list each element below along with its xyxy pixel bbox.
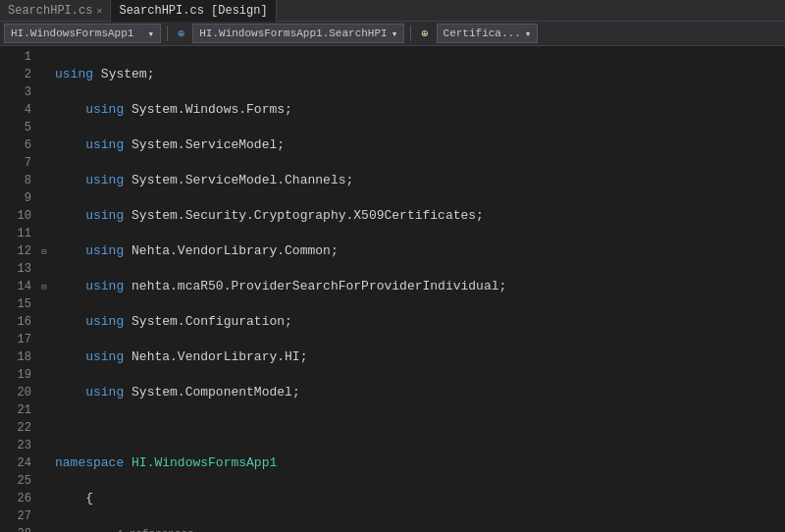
toolbar-separator-2 [410, 26, 411, 41]
line-1: using System; [55, 66, 785, 83]
line-11 [55, 419, 785, 437]
code-editor: 12345 678910 1112131415 1617181920 21222… [0, 46, 785, 532]
title-bar: SearchHPI.cs ✕ SearchHPI.cs [Design] HI.… [0, 0, 785, 46]
line-4: using System.ServiceModel.Channels; [55, 172, 785, 189]
cert-dropdown[interactable]: Certifica... ▾ [437, 24, 539, 43]
cert-value: Certifica... [444, 27, 521, 39]
chevron-down-icon-2: ▾ [392, 27, 398, 40]
line-8: using System.Configuration; [55, 313, 785, 331]
line-12: namespace HI.WindowsFormsApp1 [55, 454, 785, 472]
line-13: { [55, 490, 785, 507]
gutter: ⊟ ⊟ ⊟ ⊟ [37, 46, 51, 532]
code-content[interactable]: using System; using System.Windows.Forms… [51, 46, 785, 532]
class-dropdown[interactable]: HI.WindowsFormsApp1.SearchHPI ▾ [192, 24, 404, 43]
cert-icon: ⊕ [417, 27, 432, 41]
namespace-value: HI.WindowsFormsApp1 [11, 27, 133, 39]
line-6: using Nehta.VendorLibrary.Common; [55, 242, 785, 260]
close-icon[interactable]: ✕ [96, 5, 102, 17]
line-9: using Nehta.VendorLibrary.HI; [55, 348, 785, 366]
tab-label: SearchHPI.cs [8, 4, 92, 18]
collapse-icon-14[interactable]: ⊟ [37, 278, 51, 295]
line-2: using System.Windows.Forms; [55, 101, 785, 119]
line-7: using nehta.mcaR50.ProviderSearchForProv… [55, 278, 785, 295]
line-3: using System.ServiceModel; [55, 136, 785, 154]
toolbar-separator [167, 26, 168, 41]
namespace-dropdown[interactable]: HI.WindowsFormsApp1 ▾ [4, 24, 161, 43]
chevron-down-icon-3: ▾ [525, 27, 532, 40]
chevron-down-icon: ▾ [147, 27, 154, 40]
tab-label: SearchHPI.cs [Design] [119, 4, 267, 18]
line-5: using System.Security.Cryptography.X509C… [55, 207, 785, 225]
line-14-ref: 4 references [55, 525, 785, 532]
tab-searchhpi-cs[interactable]: SearchHPI.cs ✕ [0, 0, 111, 22]
collapse-icon-12[interactable]: ⊟ [37, 242, 51, 260]
nav-icon: ⊕ [174, 27, 188, 41]
toolbar: HI.WindowsFormsApp1 ▾ ⊕ HI.WindowsFormsA… [0, 22, 785, 46]
tab-bar: SearchHPI.cs ✕ SearchHPI.cs [Design] [0, 0, 785, 22]
tab-searchhpi-design[interactable]: SearchHPI.cs [Design] [111, 0, 276, 22]
line-numbers: 12345 678910 1112131415 1617181920 21222… [0, 46, 37, 532]
class-value: HI.WindowsFormsApp1.SearchHPI [199, 27, 387, 39]
collapse-icon-28[interactable]: ⊟ [37, 525, 51, 532]
line-10: using System.ComponentModel; [55, 384, 785, 401]
